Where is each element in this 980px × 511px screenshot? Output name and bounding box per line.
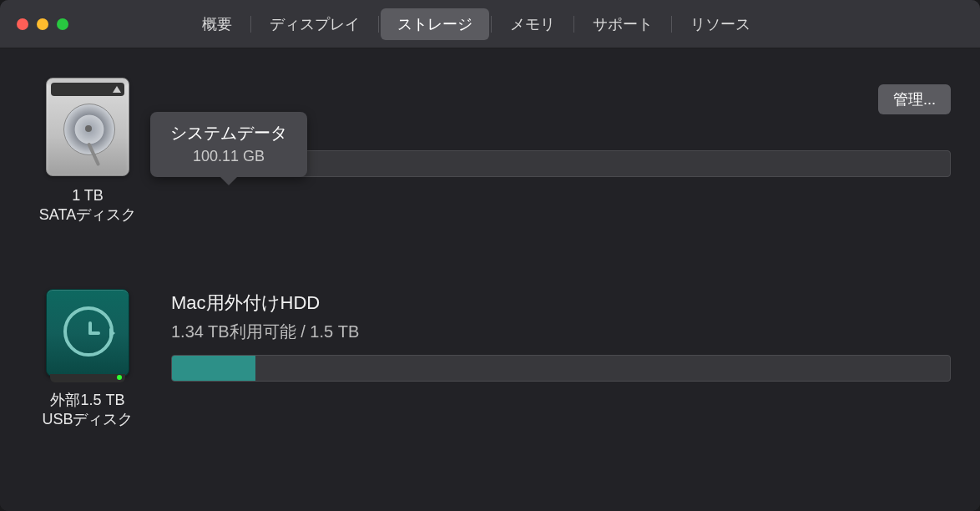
tab-resources[interactable]: リソース	[674, 8, 767, 40]
drive-icon-column: 1 TB SATAディスク	[29, 78, 146, 225]
activity-led-icon	[117, 375, 122, 380]
drive-caption-size: 1 TB	[39, 186, 136, 205]
warning-icon	[113, 86, 121, 93]
tab-separator	[250, 16, 251, 33]
internal-hdd-icon[interactable]	[46, 78, 129, 178]
drive-available-label: 1.34 TB利用可能 / 1.5 TB	[171, 321, 951, 343]
tab-separator	[573, 16, 574, 33]
storage-content: システムデータ 100.11 GB 1 TB SATAディスク 管理...	[0, 48, 980, 511]
segment-time-machine[interactable]	[172, 356, 255, 381]
tab-display[interactable]: ディスプレイ	[253, 8, 376, 40]
minimize-button[interactable]	[37, 18, 48, 30]
tooltip-title: システムデータ	[170, 122, 287, 144]
tab-bar: 概要 ディスプレイ ストレージ メモリ サポート リソース	[185, 8, 767, 40]
manage-button[interactable]: 管理...	[878, 84, 951, 114]
drive-caption: 外部1.5 TB USBディスク	[42, 391, 133, 430]
storage-tooltip: システムデータ 100.11 GB	[150, 112, 307, 177]
tab-overview[interactable]: 概要	[185, 8, 249, 40]
time-machine-icon	[63, 306, 114, 357]
window-controls	[17, 18, 68, 30]
drive-caption-type: USBディスク	[42, 410, 133, 429]
tab-support[interactable]: サポート	[576, 8, 669, 40]
drive-caption-type: SATAディスク	[39, 205, 136, 225]
storage-bar-external[interactable]	[171, 355, 951, 382]
fullscreen-button[interactable]	[57, 18, 68, 30]
titlebar: 概要 ディスプレイ ストレージ メモリ サポート リソース	[0, 0, 980, 48]
external-hdd-icon[interactable]	[46, 284, 129, 382]
tooltip-value: 100.11 GB	[170, 148, 287, 165]
tab-separator	[378, 16, 379, 33]
tab-separator	[671, 16, 672, 33]
drive-title: Mac用外付けHDD	[171, 291, 951, 316]
close-button[interactable]	[17, 18, 28, 30]
drive-caption-size: 外部1.5 TB	[42, 391, 133, 410]
about-this-mac-window: 概要 ディスプレイ ストレージ メモリ サポート リソース システムデータ 10…	[0, 0, 980, 511]
drive-caption: 1 TB SATAディスク	[39, 186, 136, 225]
drive-row-external: 外部1.5 TB USBディスク Mac用外付けHDD 1.34 TB利用可能 …	[29, 284, 951, 430]
drive-info: Mac用外付けHDD 1.34 TB利用可能 / 1.5 TB	[171, 284, 951, 382]
tab-separator	[491, 16, 492, 33]
tab-storage[interactable]: ストレージ	[381, 8, 489, 40]
tab-memory[interactable]: メモリ	[493, 8, 572, 40]
drive-icon-column: 外部1.5 TB USBディスク	[29, 284, 146, 430]
